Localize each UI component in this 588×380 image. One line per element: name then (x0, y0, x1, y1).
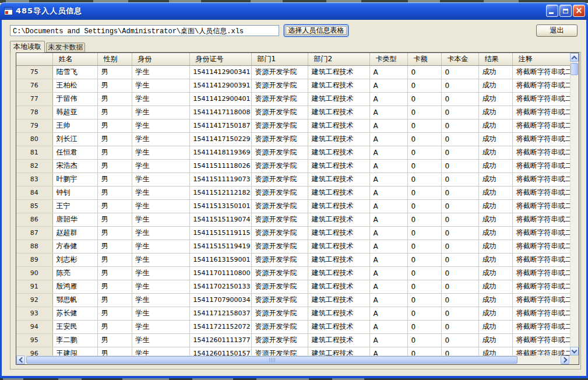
table-cell[interactable]: 0 (407, 119, 441, 132)
table-cell[interactable]: 资源开发学院 (251, 159, 308, 173)
table-cell[interactable]: 将截断字符串或二.. (512, 320, 570, 333)
table-cell[interactable]: 0 (407, 253, 441, 266)
table-cell[interactable]: 15411701110800 (189, 266, 251, 280)
table-cell[interactable]: 将截断字符串或二.. (512, 226, 570, 240)
table-cell[interactable]: 学生 (132, 65, 189, 79)
table-cell[interactable]: 将截断字符串或二.. (512, 307, 570, 320)
row-header[interactable]: 96 (16, 347, 52, 356)
table-cell[interactable]: 15411417118008 (189, 105, 251, 119)
table-cell[interactable]: 学生 (132, 347, 189, 356)
table-cell[interactable]: 学生 (132, 132, 189, 146)
table-cell[interactable]: 男 (97, 213, 132, 226)
table-cell[interactable]: 0 (441, 347, 478, 356)
table-cell[interactable]: 建筑工程技术 (308, 132, 369, 146)
table-cell[interactable]: 0 (407, 347, 441, 356)
table-cell[interactable]: 建筑工程技术 (308, 347, 369, 356)
table-cell[interactable]: 将截断字符串或二.. (512, 280, 570, 293)
table-cell[interactable]: 建筑工程技术 (308, 159, 369, 173)
table-cell[interactable]: 方春健 (52, 240, 97, 253)
table-cell[interactable]: 0 (441, 79, 478, 92)
table-cell[interactable]: 学生 (132, 92, 189, 105)
column-header[interactable]: 身份证号 (189, 53, 251, 65)
table-cell[interactable]: A (369, 92, 407, 105)
row-header[interactable]: 92 (16, 293, 52, 307)
table-cell[interactable]: 建筑工程技术 (308, 199, 369, 213)
table-cell[interactable]: 0 (441, 199, 478, 213)
table-cell[interactable]: 成功 (478, 65, 512, 79)
table-cell[interactable]: 成功 (478, 280, 512, 293)
table-cell[interactable]: 15411412900401 (189, 92, 251, 105)
table-cell[interactable]: 15411515119115 (189, 226, 251, 240)
table-cell[interactable]: 0 (407, 266, 441, 280)
table-cell[interactable]: 0 (441, 240, 478, 253)
table-cell[interactable]: 将截断字符串或二.. (512, 159, 570, 173)
row-header[interactable]: 84 (16, 186, 52, 199)
table-cell[interactable]: 资源开发学院 (251, 92, 308, 105)
table-cell[interactable]: 建筑工程技术 (308, 65, 369, 79)
table-cell[interactable]: 将截断字符串或二.. (512, 266, 570, 280)
table-cell[interactable]: 将截断字符串或二.. (512, 92, 570, 105)
table-cell[interactable]: 0 (441, 92, 478, 105)
row-header[interactable]: 94 (16, 320, 52, 333)
table-cell[interactable]: 陈亮 (52, 266, 97, 280)
table-cell[interactable]: 将截断字符串或二.. (512, 119, 570, 132)
table-cell[interactable]: 15411613159001 (189, 253, 251, 266)
row-header[interactable]: 75 (16, 65, 52, 79)
table-cell[interactable]: 15411512112182 (189, 186, 251, 199)
table-cell[interactable]: A (369, 307, 407, 320)
table-cell[interactable]: 0 (441, 159, 478, 173)
table-cell[interactable]: 男 (97, 347, 132, 356)
table-cell[interactable]: 男 (97, 79, 132, 92)
table-cell[interactable]: 成功 (478, 307, 512, 320)
table-cell[interactable]: 0 (441, 280, 478, 293)
table-cell[interactable]: A (369, 253, 407, 266)
table-cell[interactable]: 将截断字符串或二.. (512, 146, 570, 159)
table-cell[interactable]: 王帅 (52, 119, 97, 132)
table-cell[interactable]: 韩超亚 (52, 105, 97, 119)
column-header[interactable]: 部门1 (251, 53, 308, 65)
table-cell[interactable]: A (369, 105, 407, 119)
row-header[interactable]: 90 (16, 266, 52, 280)
table-cell[interactable]: 建筑工程技术 (308, 333, 369, 347)
table-cell[interactable]: 学生 (132, 213, 189, 226)
table-cell[interactable]: 成功 (478, 199, 512, 213)
maximize-button[interactable] (559, 5, 572, 17)
table-cell[interactable]: 成功 (478, 266, 512, 280)
table-cell[interactable]: 钟钊 (52, 186, 97, 199)
table-cell[interactable]: 建筑工程技术 (308, 253, 369, 266)
table-cell[interactable]: 资源开发学院 (251, 320, 308, 333)
table-cell[interactable]: 男 (97, 333, 132, 347)
table-cell[interactable]: 成功 (478, 226, 512, 240)
table-cell[interactable]: 鄂思帆 (52, 293, 97, 307)
table-cell[interactable]: 学生 (132, 266, 189, 280)
minimize-button[interactable] (546, 5, 558, 17)
table-cell[interactable]: 王安民 (52, 320, 97, 333)
table-cell[interactable]: 15411712158037 (189, 307, 251, 320)
table-cell[interactable]: 建筑工程技术 (308, 173, 369, 186)
table-cell[interactable]: 0 (441, 293, 478, 307)
table-cell[interactable]: A (369, 186, 407, 199)
table-cell[interactable]: 建筑工程技术 (308, 307, 369, 320)
table-cell[interactable]: 男 (97, 293, 132, 307)
table-cell[interactable]: 成功 (478, 186, 512, 199)
table-cell[interactable]: 学生 (132, 119, 189, 132)
horizontal-scrollbar[interactable] (16, 356, 570, 364)
table-cell[interactable]: 0 (441, 307, 478, 320)
table-cell[interactable]: 学生 (132, 307, 189, 320)
title-bar[interactable]: 485导入人员信息 × (0, 2, 588, 20)
column-header[interactable]: 卡类型 (369, 53, 407, 65)
table-cell[interactable]: 15411511118026 (189, 159, 251, 173)
table-cell[interactable]: A (369, 146, 407, 159)
table-cell[interactable]: 学生 (132, 199, 189, 213)
table-cell[interactable]: 15412601111377 (189, 333, 251, 347)
column-header[interactable]: 卡本金 (441, 53, 478, 65)
table-cell[interactable]: 将截断字符串或二.. (512, 186, 570, 199)
column-header[interactable]: 部门2 (308, 53, 369, 65)
table-cell[interactable]: 将截断字符串或二.. (512, 293, 570, 307)
table-cell[interactable]: 0 (441, 173, 478, 186)
table-cell[interactable]: 叶鹏宇 (52, 173, 97, 186)
table-cell[interactable]: A (369, 240, 407, 253)
table-cell[interactable]: 成功 (478, 132, 512, 146)
table-cell[interactable]: 成功 (478, 79, 512, 92)
table-cell[interactable]: 成功 (478, 347, 512, 356)
